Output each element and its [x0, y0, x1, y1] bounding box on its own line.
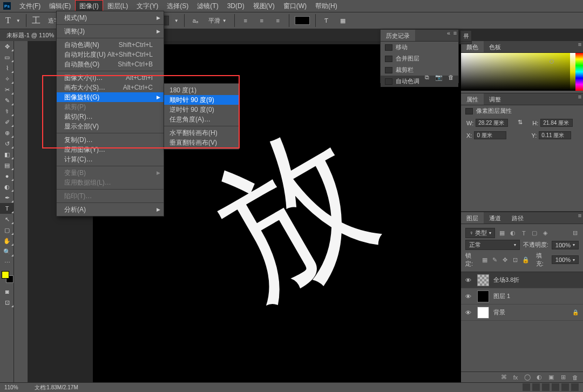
history-item[interactable]: 合并图层: [381, 53, 458, 64]
pen-tool[interactable]: ✒: [0, 192, 14, 203]
layer-row[interactable]: 👁全场3.8折: [461, 272, 583, 288]
menu-模式m[interactable]: 模式(M)▶: [57, 13, 164, 23]
align-left-icon[interactable]: ≡: [240, 15, 251, 26]
text-color-swatch[interactable]: [295, 16, 310, 25]
panel-menu-icon[interactable]: ≡: [452, 30, 458, 36]
layer-name[interactable]: 图层 1: [493, 292, 510, 300]
crop-tool[interactable]: ✂: [0, 84, 14, 95]
filter-kind-dropdown[interactable]: ♀ 类型▾: [465, 228, 495, 238]
color-swatches[interactable]: [0, 271, 14, 286]
menu-计算c[interactable]: 计算(C)…: [57, 154, 164, 164]
filter-pixel-icon[interactable]: ▦: [498, 229, 506, 237]
filter-shape-icon[interactable]: ▢: [531, 229, 538, 237]
group-icon[interactable]: ▣: [547, 374, 555, 381]
collapse-icon[interactable]: «: [445, 30, 452, 36]
menu-view[interactable]: 视图(V): [249, 0, 279, 12]
wand-tool[interactable]: ✧: [0, 73, 14, 84]
lasso-tool[interactable]: ⌇: [0, 63, 14, 73]
trash-icon[interactable]: 🗑: [448, 74, 454, 80]
type-tool[interactable]: T: [0, 203, 14, 214]
blend-mode-dropdown[interactable]: 正常▾: [465, 240, 520, 250]
dodge-tool[interactable]: ◐: [0, 181, 14, 192]
layer-row[interactable]: 👁背景🔒: [461, 305, 583, 321]
menu-图像大小i[interactable]: 图像大小(I)…Alt+Ctrl+I: [57, 73, 164, 83]
menu-window[interactable]: 窗口(W): [279, 0, 311, 12]
x-input[interactable]: [474, 131, 506, 139]
menu-裁切r[interactable]: 裁切(R)…: [57, 112, 164, 121]
panel-menu-icon[interactable]: ≡: [577, 212, 583, 219]
lock-trans-icon[interactable]: ▦: [481, 256, 488, 263]
layer-thumb[interactable]: [477, 307, 489, 319]
zoom-tool[interactable]: 🔍: [0, 246, 14, 257]
menu-分析a[interactable]: 分析(A)▶: [57, 205, 164, 214]
panel-menu-icon[interactable]: ≡: [577, 93, 583, 100]
lock-paint-icon[interactable]: ✎: [491, 256, 498, 263]
move-tool[interactable]: ✥: [0, 41, 14, 52]
rotate-逆时针90度0[interactable]: 逆时针 90 度(0): [164, 105, 239, 114]
new-snapshot-icon[interactable]: 📷: [436, 74, 442, 80]
menu-自动对比度u[interactable]: 自动对比度(U)Alt+Shift+Ctrl+L: [57, 50, 164, 59]
marquee-tool[interactable]: ▭: [0, 52, 14, 63]
tool-preset-arrow[interactable]: ▼: [16, 18, 21, 23]
si4[interactable]: [552, 383, 559, 391]
quickmask-toggle[interactable]: ◙: [0, 286, 14, 297]
swatches-tab[interactable]: 色板: [484, 41, 506, 52]
width-input[interactable]: [476, 119, 508, 127]
si2[interactable]: [532, 383, 540, 391]
link-icon[interactable]: ⇅: [518, 119, 523, 127]
char-panel-tab[interactable]: 류: [460, 31, 471, 42]
rotate-垂直翻转画布v[interactable]: 垂直翻转画布(V): [164, 138, 239, 147]
height-input[interactable]: [540, 119, 573, 127]
y-input[interactable]: [539, 131, 571, 139]
mask-icon[interactable]: ◯: [524, 374, 531, 381]
stamp-tool[interactable]: ⊕: [0, 127, 14, 138]
menu-画布大小s[interactable]: 画布大小(S)…Alt+Ctrl+C: [57, 83, 164, 92]
panel-menu-icon[interactable]: ≡: [577, 41, 583, 48]
orientation-icon[interactable]: 工: [32, 15, 40, 26]
delete-layer-icon[interactable]: 🗑: [571, 374, 579, 381]
adj-layer-icon[interactable]: ◐: [535, 374, 543, 381]
si3[interactable]: [542, 383, 550, 391]
hue-strip[interactable]: [575, 53, 583, 91]
align-center-icon[interactable]: ≡: [256, 15, 267, 26]
paths-tab[interactable]: 路径: [506, 212, 529, 224]
warp-text-icon[interactable]: Ƭ: [321, 15, 332, 26]
menu-filter[interactable]: 滤镜(T): [193, 0, 222, 12]
visibility-icon[interactable]: 👁: [465, 277, 473, 283]
lock-nest-icon[interactable]: ⊡: [512, 256, 519, 263]
eraser-tool[interactable]: ◧: [0, 149, 14, 160]
layer-thumb[interactable]: [477, 274, 489, 286]
tool-preset-icon[interactable]: T: [5, 16, 11, 25]
eyedropper-tool[interactable]: ✎: [0, 95, 14, 106]
blur-tool[interactable]: ●: [0, 171, 14, 181]
layer-thumb[interactable]: [477, 290, 489, 302]
properties-tab[interactable]: 属性: [461, 93, 484, 105]
rotate-水平翻转画布h[interactable]: 水平翻转画布(H): [164, 128, 239, 138]
hand-tool[interactable]: ✋: [0, 235, 14, 246]
history-tab[interactable]: 历史记录: [381, 30, 415, 41]
brush-tool[interactable]: ✐: [0, 117, 14, 127]
menu-select[interactable]: 选择(S): [162, 0, 193, 12]
menu-显示全部v[interactable]: 显示全部(V): [57, 121, 164, 131]
new-layer-icon[interactable]: ⊞: [559, 374, 567, 381]
align-right-icon[interactable]: ≡: [273, 15, 283, 26]
antialias-dropdown[interactable]: 平滑▼: [206, 17, 229, 25]
screenmode-toggle[interactable]: ⊡: [0, 297, 14, 308]
channels-tab[interactable]: 通道: [484, 212, 506, 224]
path-tool[interactable]: ↖: [0, 214, 14, 225]
visibility-icon[interactable]: 👁: [465, 293, 473, 300]
gradient-tool[interactable]: ▤: [0, 160, 14, 171]
adjustments-tab[interactable]: 调整: [484, 93, 506, 105]
menu-3d[interactable]: 3D(D): [223, 1, 249, 11]
layers-tab[interactable]: 图层: [461, 212, 484, 224]
link-layers-icon[interactable]: ⌘: [500, 374, 507, 381]
rotate-180度1[interactable]: 180 度(1): [164, 85, 239, 95]
doc-info[interactable]: 文档:1.83M/2.17M: [35, 384, 78, 391]
layer-name[interactable]: 全场3.8折: [493, 276, 519, 284]
fx-icon[interactable]: fx: [512, 374, 519, 381]
menu-自动颜色o[interactable]: 自动颜色(O)Shift+Ctrl+B: [57, 59, 164, 69]
fill-input[interactable]: 100%▾: [552, 255, 579, 264]
heal-tool[interactable]: ⚕: [0, 106, 14, 117]
history-brush-tool[interactable]: ↺: [0, 138, 14, 149]
si1[interactable]: [523, 383, 530, 391]
